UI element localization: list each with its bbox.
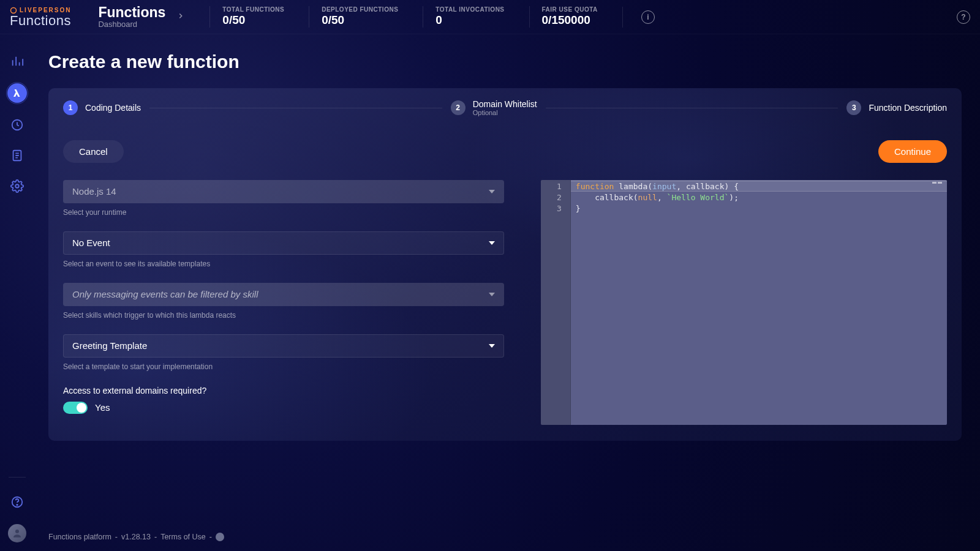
step-domain-whitelist[interactable]: 2 Domain Whitelist Optional <box>451 99 537 117</box>
chevron-right-icon <box>176 12 185 22</box>
event-select[interactable]: No Event <box>63 231 504 255</box>
chevron-down-icon <box>489 293 495 296</box>
topbar: LIVEPERSON Functions Functions Dashboard… <box>0 0 980 34</box>
svg-point-3 <box>15 184 19 188</box>
template-field: Greeting Template Select a template to s… <box>63 334 504 371</box>
svg-point-5 <box>17 504 17 505</box>
info-icon[interactable]: i <box>641 10 655 24</box>
footer-terms-link[interactable]: Terms of Use <box>160 533 206 541</box>
code-gutter: 1 2 3 <box>541 180 571 425</box>
breadcrumb-title: Functions <box>98 5 165 20</box>
external-domains-label: Access to external domains required? <box>63 386 504 395</box>
runtime-select: Node.js 14 <box>63 180 504 203</box>
brand: LIVEPERSON Functions <box>10 7 86 28</box>
svg-point-6 <box>15 530 19 533</box>
sidebar <box>0 34 34 551</box>
chevron-down-icon <box>489 241 495 245</box>
stat-total-functions: TOTAL FUNCTIONS 0/50 <box>209 6 296 28</box>
cancel-button[interactable]: Cancel <box>63 140 124 163</box>
step-coding-details[interactable]: 1 Coding Details <box>63 100 141 115</box>
template-helper: Select a template to start your implemen… <box>63 362 504 371</box>
stepper: 1 Coding Details 2 Domain Whitelist Opti… <box>48 88 962 128</box>
form-column: Node.js 14 Select your runtime No Event … <box>63 180 504 425</box>
chevron-down-icon <box>489 190 495 193</box>
code-column: 1 2 3 function lambda(input, callback) {… <box>541 180 947 425</box>
step-function-description[interactable]: 3 Function Description <box>846 100 947 115</box>
footer-platform: Functions platform <box>48 533 111 541</box>
avatar[interactable] <box>8 524 26 542</box>
globe-icon[interactable] <box>216 533 224 541</box>
nav-logs-icon[interactable] <box>9 147 26 164</box>
nav-settings-icon[interactable] <box>9 178 26 195</box>
external-domains-field: Access to external domains required? Yes <box>63 386 504 414</box>
event-field: No Event Select an event to see its avai… <box>63 231 504 268</box>
external-domains-toggle[interactable] <box>63 402 88 414</box>
footer: Functions platform - v1.28.13 - Terms of… <box>48 522 962 551</box>
help-icon[interactable]: ? <box>957 10 970 24</box>
runtime-field: Node.js 14 Select your runtime <box>63 180 504 217</box>
nav-schedule-icon[interactable] <box>9 116 26 133</box>
external-domains-value: Yes <box>95 402 110 413</box>
event-helper: Select an event to see its available tem… <box>63 260 504 268</box>
skills-helper: Select skills which trigger to which thi… <box>63 311 504 320</box>
brand-functions: Functions <box>10 14 71 28</box>
skills-select: Only messaging events can be filtered by… <box>63 283 504 306</box>
create-function-panel: 1 Coding Details 2 Domain Whitelist Opti… <box>48 88 962 441</box>
breadcrumb: Functions Dashboard <box>98 5 197 29</box>
code-editor[interactable]: 1 2 3 function lambda(input, callback) {… <box>541 180 947 425</box>
nav-help-icon[interactable] <box>9 493 26 511</box>
breadcrumb-subtitle: Dashboard <box>98 20 165 29</box>
stat-deployed-functions: DEPLOYED FUNCTIONS 0/50 <box>309 6 410 28</box>
svg-point-0 <box>11 7 17 13</box>
page-title: Create a new function <box>48 51 962 72</box>
stat-total-invocations: TOTAL INVOCATIONS 0 <box>423 6 516 28</box>
runtime-helper: Select your runtime <box>63 208 504 217</box>
nav-dashboard-icon[interactable] <box>9 53 26 70</box>
footer-version: v1.28.13 <box>121 533 151 541</box>
continue-button[interactable]: Continue <box>878 140 947 163</box>
chevron-down-icon <box>489 344 495 348</box>
skills-field: Only messaging events can be filtered by… <box>63 283 504 320</box>
nav-lambda-icon[interactable] <box>7 83 27 103</box>
template-select[interactable]: Greeting Template <box>63 334 504 358</box>
stat-fair-use-quota: FAIR USE QUOTA 0/150000 <box>529 6 610 28</box>
